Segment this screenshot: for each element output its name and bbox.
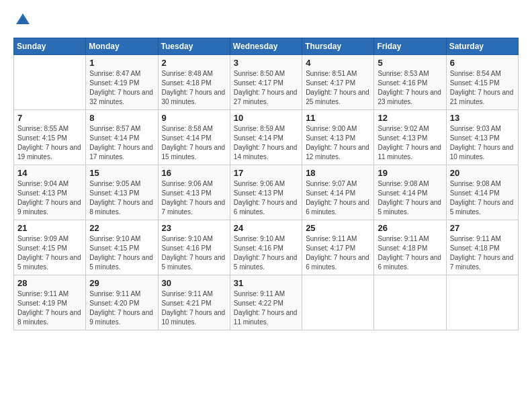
day-number: 19 [378, 168, 442, 178]
day-number: 23 [162, 223, 226, 233]
day-number: 18 [306, 168, 370, 178]
sunrise-text: Sunrise: 9:03 AM [450, 124, 515, 134]
day-info: Sunrise: 8:53 AMSunset: 4:16 PMDaylight:… [378, 69, 442, 107]
sunset-text: Sunset: 4:17 PM [234, 79, 298, 88]
daylight-text: Daylight: 7 hours and 6 minutes. [306, 253, 370, 272]
day-number: 11 [306, 113, 370, 123]
sunset-text: Sunset: 4:15 PM [89, 244, 154, 253]
day-cell: 19Sunrise: 9:08 AMSunset: 4:14 PMDayligh… [374, 165, 446, 220]
week-row-0: 1Sunrise: 8:47 AMSunset: 4:19 PMDaylight… [14, 55, 519, 110]
sunrise-text: Sunrise: 9:04 AM [17, 179, 82, 189]
day-cell: 31Sunrise: 9:11 AMSunset: 4:22 PMDayligh… [230, 275, 302, 330]
daylight-text: Daylight: 7 hours and 5 minutes. [162, 253, 226, 272]
sunrise-text: Sunrise: 8:47 AM [89, 69, 154, 79]
day-cell: 27Sunrise: 9:11 AMSunset: 4:18 PMDayligh… [446, 220, 518, 275]
day-info: Sunrise: 9:04 AMSunset: 4:13 PMDaylight:… [17, 179, 82, 217]
sunset-text: Sunset: 4:15 PM [17, 134, 82, 143]
sunset-text: Sunset: 4:14 PM [378, 189, 442, 198]
daylight-text: Daylight: 7 hours and 6 minutes. [378, 253, 442, 272]
sunrise-text: Sunrise: 9:11 AM [89, 289, 154, 299]
day-number: 16 [162, 168, 226, 178]
day-number: 13 [450, 113, 515, 123]
sunset-text: Sunset: 4:16 PM [162, 244, 226, 253]
header [13, 11, 519, 30]
daylight-text: Daylight: 7 hours and 8 minutes. [17, 308, 82, 327]
day-info: Sunrise: 9:02 AMSunset: 4:13 PMDaylight:… [378, 124, 442, 162]
sunrise-text: Sunrise: 8:58 AM [162, 124, 226, 134]
day-number: 24 [234, 223, 298, 233]
day-cell: 6Sunrise: 8:54 AMSunset: 4:15 PMDaylight… [446, 55, 518, 110]
day-cell: 28Sunrise: 9:11 AMSunset: 4:19 PMDayligh… [14, 275, 86, 330]
sunrise-text: Sunrise: 9:00 AM [306, 124, 370, 134]
day-info: Sunrise: 8:47 AMSunset: 4:19 PMDaylight:… [89, 69, 154, 107]
sunset-text: Sunset: 4:17 PM [306, 244, 370, 253]
calendar-container: SundayMondayTuesdayWednesdayThursdayFrid… [0, 0, 532, 411]
day-number: 14 [17, 168, 82, 178]
daylight-text: Daylight: 7 hours and 8 minutes. [89, 198, 154, 217]
daylight-text: Daylight: 7 hours and 7 minutes. [162, 198, 226, 217]
day-header-saturday: Saturday [446, 38, 518, 55]
sunrise-text: Sunrise: 9:10 AM [162, 234, 226, 244]
daylight-text: Daylight: 7 hours and 5 minutes. [450, 198, 515, 217]
sunrise-text: Sunrise: 9:11 AM [378, 234, 442, 244]
day-number: 31 [234, 278, 298, 288]
day-info: Sunrise: 9:07 AMSunset: 4:14 PMDaylight:… [306, 179, 370, 217]
day-info: Sunrise: 8:54 AMSunset: 4:15 PMDaylight:… [450, 69, 515, 107]
sunrise-text: Sunrise: 9:11 AM [306, 234, 370, 244]
day-cell: 5Sunrise: 8:53 AMSunset: 4:16 PMDaylight… [374, 55, 446, 110]
day-cell: 25Sunrise: 9:11 AMSunset: 4:17 PMDayligh… [302, 220, 374, 275]
day-cell: 4Sunrise: 8:51 AMSunset: 4:17 PMDaylight… [302, 55, 374, 110]
day-info: Sunrise: 9:11 AMSunset: 4:18 PMDaylight:… [378, 234, 442, 272]
sunrise-text: Sunrise: 9:11 AM [162, 289, 226, 299]
day-number: 7 [17, 113, 82, 123]
day-cell: 14Sunrise: 9:04 AMSunset: 4:13 PMDayligh… [14, 165, 86, 220]
day-number: 28 [17, 278, 82, 288]
day-header-friday: Friday [374, 38, 446, 55]
sunrise-text: Sunrise: 8:48 AM [162, 69, 226, 79]
day-info: Sunrise: 9:06 AMSunset: 4:13 PMDaylight:… [162, 179, 226, 217]
sunset-text: Sunset: 4:16 PM [378, 79, 442, 88]
daylight-text: Daylight: 7 hours and 25 minutes. [306, 88, 370, 107]
sunset-text: Sunset: 4:20 PM [89, 299, 154, 308]
day-number: 30 [162, 278, 226, 288]
day-info: Sunrise: 9:03 AMSunset: 4:13 PMDaylight:… [450, 124, 515, 162]
day-info: Sunrise: 9:08 AMSunset: 4:14 PMDaylight:… [378, 179, 442, 217]
daylight-text: Daylight: 7 hours and 11 minutes. [378, 143, 442, 162]
sunrise-text: Sunrise: 8:54 AM [450, 69, 515, 79]
day-cell: 3Sunrise: 8:50 AMSunset: 4:17 PMDaylight… [230, 55, 302, 110]
logo [13, 11, 35, 30]
sunrise-text: Sunrise: 9:08 AM [378, 179, 442, 189]
sunrise-text: Sunrise: 8:51 AM [306, 69, 370, 79]
sunrise-text: Sunrise: 9:06 AM [162, 179, 226, 189]
day-number: 29 [89, 278, 154, 288]
week-row-1: 7Sunrise: 8:55 AMSunset: 4:15 PMDaylight… [14, 110, 519, 165]
day-number: 27 [450, 223, 515, 233]
sunset-text: Sunset: 4:14 PM [162, 134, 226, 143]
day-info: Sunrise: 8:58 AMSunset: 4:14 PMDaylight:… [162, 124, 226, 162]
day-info: Sunrise: 9:10 AMSunset: 4:15 PMDaylight:… [89, 234, 154, 272]
daylight-text: Daylight: 7 hours and 5 minutes. [234, 253, 298, 272]
sunrise-text: Sunrise: 8:55 AM [17, 124, 82, 134]
daylight-text: Daylight: 7 hours and 10 minutes. [162, 308, 226, 327]
sunrise-text: Sunrise: 9:10 AM [89, 234, 154, 244]
day-cell: 16Sunrise: 9:06 AMSunset: 4:13 PMDayligh… [158, 165, 230, 220]
sunset-text: Sunset: 4:13 PM [450, 134, 515, 143]
daylight-text: Daylight: 7 hours and 23 minutes. [378, 88, 442, 107]
sunset-text: Sunset: 4:22 PM [234, 299, 298, 308]
daylight-text: Daylight: 7 hours and 21 minutes. [450, 88, 515, 107]
day-info: Sunrise: 9:11 AMSunset: 4:21 PMDaylight:… [162, 289, 226, 327]
sunset-text: Sunset: 4:15 PM [450, 79, 515, 88]
sunrise-text: Sunrise: 9:09 AM [17, 234, 82, 244]
day-cell: 12Sunrise: 9:02 AMSunset: 4:13 PMDayligh… [374, 110, 446, 165]
day-number: 4 [306, 58, 370, 68]
sunset-text: Sunset: 4:18 PM [450, 244, 515, 253]
sunrise-text: Sunrise: 9:11 AM [17, 289, 82, 299]
day-number: 22 [89, 223, 154, 233]
day-number: 20 [450, 168, 515, 178]
daylight-text: Daylight: 7 hours and 32 minutes. [89, 88, 154, 107]
day-cell: 30Sunrise: 9:11 AMSunset: 4:21 PMDayligh… [158, 275, 230, 330]
sunrise-text: Sunrise: 8:53 AM [378, 69, 442, 79]
sunset-text: Sunset: 4:18 PM [162, 79, 226, 88]
day-number: 26 [378, 223, 442, 233]
sunrise-text: Sunrise: 8:57 AM [89, 124, 154, 134]
